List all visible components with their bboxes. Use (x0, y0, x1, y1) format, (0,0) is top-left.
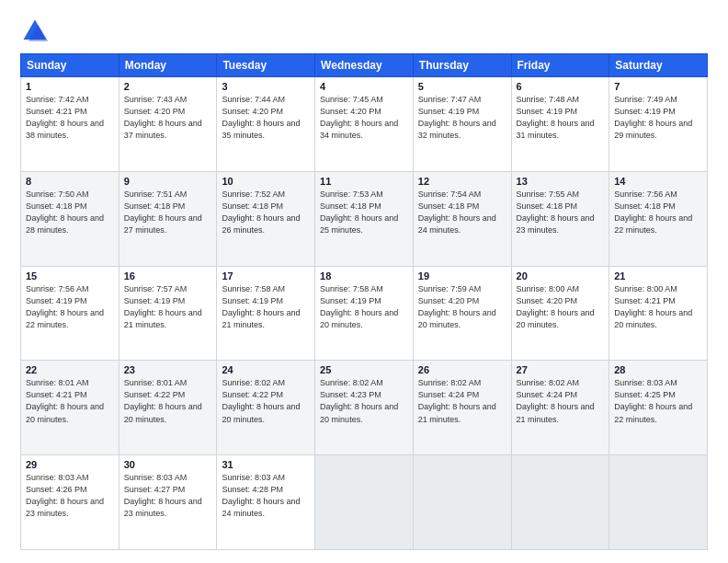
day-number: 5 (418, 81, 506, 92)
calendar-cell: 29Sunrise: 8:03 AMSunset: 4:26 PMDayligh… (21, 455, 119, 550)
calendar-cell: 9Sunrise: 7:51 AMSunset: 4:18 PMDaylight… (119, 171, 217, 266)
calendar-cell: 7Sunrise: 7:49 AMSunset: 4:19 PMDaylight… (609, 77, 708, 172)
day-detail: Sunrise: 7:59 AMSunset: 4:20 PMDaylight:… (418, 283, 506, 331)
day-number: 1 (26, 81, 114, 92)
day-number: 19 (418, 270, 506, 282)
calendar-cell: 28Sunrise: 8:03 AMSunset: 4:25 PMDayligh… (609, 361, 708, 455)
weekday-header-sunday: Sunday (21, 54, 119, 77)
calendar-cell: 11Sunrise: 7:53 AMSunset: 4:18 PMDayligh… (315, 171, 414, 266)
day-number: 20 (517, 270, 605, 282)
day-detail: Sunrise: 8:03 AMSunset: 4:28 PMDaylight:… (222, 472, 310, 520)
day-detail: Sunrise: 7:58 AMSunset: 4:19 PMDaylight:… (222, 283, 310, 331)
logo-icon (20, 17, 50, 46)
day-number: 21 (614, 270, 702, 282)
day-detail: Sunrise: 7:58 AMSunset: 4:19 PMDaylight:… (320, 283, 408, 331)
day-number: 8 (26, 176, 114, 187)
calendar-cell: 30Sunrise: 8:03 AMSunset: 4:27 PMDayligh… (119, 455, 217, 550)
calendar-week-3: 15Sunrise: 7:56 AMSunset: 4:19 PMDayligh… (21, 266, 708, 361)
day-detail: Sunrise: 8:02 AMSunset: 4:22 PMDaylight:… (222, 377, 310, 425)
day-number: 31 (222, 459, 310, 470)
day-detail: Sunrise: 8:00 AMSunset: 4:21 PMDaylight:… (614, 283, 702, 331)
calendar-cell (609, 455, 708, 550)
calendar-cell: 12Sunrise: 7:54 AMSunset: 4:18 PMDayligh… (413, 171, 511, 266)
day-detail: Sunrise: 7:51 AMSunset: 4:18 PMDaylight:… (124, 189, 212, 236)
day-detail: Sunrise: 7:56 AMSunset: 4:18 PMDaylight:… (614, 189, 702, 236)
header (20, 17, 708, 46)
calendar-week-5: 29Sunrise: 8:03 AMSunset: 4:26 PMDayligh… (21, 455, 708, 550)
calendar-cell: 18Sunrise: 7:58 AMSunset: 4:19 PMDayligh… (315, 266, 414, 361)
day-number: 10 (222, 176, 310, 187)
day-number: 17 (222, 270, 310, 282)
weekday-header-wednesday: Wednesday (315, 54, 414, 77)
day-number: 4 (320, 81, 408, 92)
day-number: 26 (418, 364, 506, 375)
day-detail: Sunrise: 8:02 AMSunset: 4:23 PMDaylight:… (320, 377, 408, 425)
day-number: 29 (26, 459, 114, 470)
day-detail: Sunrise: 8:02 AMSunset: 4:24 PMDaylight:… (418, 377, 506, 425)
day-number: 24 (222, 364, 310, 375)
day-detail: Sunrise: 7:55 AMSunset: 4:18 PMDaylight:… (517, 189, 605, 236)
day-number: 23 (124, 364, 212, 375)
calendar-cell: 8Sunrise: 7:50 AMSunset: 4:18 PMDaylight… (21, 171, 119, 266)
day-number: 14 (614, 176, 702, 187)
logo (20, 17, 53, 46)
day-number: 11 (320, 176, 408, 187)
day-detail: Sunrise: 7:43 AMSunset: 4:20 PMDaylight:… (124, 94, 212, 142)
day-number: 6 (517, 81, 605, 92)
day-number: 7 (614, 81, 702, 92)
calendar-cell: 2Sunrise: 7:43 AMSunset: 4:20 PMDaylight… (119, 77, 217, 172)
day-number: 12 (418, 176, 506, 187)
weekday-header-friday: Friday (511, 54, 609, 77)
day-number: 30 (124, 459, 212, 470)
day-detail: Sunrise: 7:57 AMSunset: 4:19 PMDaylight:… (124, 283, 212, 331)
day-detail: Sunrise: 7:44 AMSunset: 4:20 PMDaylight:… (222, 94, 310, 142)
calendar-cell: 15Sunrise: 7:56 AMSunset: 4:19 PMDayligh… (21, 266, 119, 361)
weekday-header-tuesday: Tuesday (217, 54, 315, 77)
calendar-cell: 27Sunrise: 8:02 AMSunset: 4:24 PMDayligh… (511, 361, 609, 455)
calendar-cell: 25Sunrise: 8:02 AMSunset: 4:23 PMDayligh… (315, 361, 414, 455)
calendar-cell: 16Sunrise: 7:57 AMSunset: 4:19 PMDayligh… (119, 266, 217, 361)
calendar-cell: 3Sunrise: 7:44 AMSunset: 4:20 PMDaylight… (217, 77, 315, 172)
calendar-cell: 1Sunrise: 7:42 AMSunset: 4:21 PMDaylight… (21, 77, 119, 172)
calendar-cell: 21Sunrise: 8:00 AMSunset: 4:21 PMDayligh… (609, 266, 708, 361)
day-number: 13 (517, 176, 605, 187)
day-number: 27 (517, 364, 605, 375)
day-detail: Sunrise: 7:49 AMSunset: 4:19 PMDaylight:… (614, 94, 702, 142)
day-number: 28 (614, 364, 702, 375)
day-number: 18 (320, 270, 408, 282)
weekday-header-monday: Monday (119, 54, 217, 77)
day-number: 25 (320, 364, 408, 375)
day-number: 15 (26, 270, 114, 282)
calendar-cell: 20Sunrise: 8:00 AMSunset: 4:20 PMDayligh… (511, 266, 609, 361)
weekday-header-row: SundayMondayTuesdayWednesdayThursdayFrid… (21, 54, 708, 77)
day-detail: Sunrise: 8:03 AMSunset: 4:25 PMDaylight:… (614, 377, 702, 425)
day-detail: Sunrise: 8:03 AMSunset: 4:26 PMDaylight:… (26, 472, 114, 520)
day-number: 2 (124, 81, 212, 92)
day-detail: Sunrise: 7:56 AMSunset: 4:19 PMDaylight:… (26, 283, 114, 331)
day-number: 16 (124, 270, 212, 282)
day-detail: Sunrise: 8:01 AMSunset: 4:21 PMDaylight:… (26, 377, 114, 425)
page: SundayMondayTuesdayWednesdayThursdayFrid… (0, 0, 728, 563)
calendar-cell: 6Sunrise: 7:48 AMSunset: 4:19 PMDaylight… (511, 77, 609, 172)
weekday-header-saturday: Saturday (609, 54, 708, 77)
day-number: 22 (26, 364, 114, 375)
calendar-cell: 26Sunrise: 8:02 AMSunset: 4:24 PMDayligh… (413, 361, 511, 455)
calendar-cell: 22Sunrise: 8:01 AMSunset: 4:21 PMDayligh… (21, 361, 119, 455)
calendar-cell: 31Sunrise: 8:03 AMSunset: 4:28 PMDayligh… (217, 455, 315, 550)
calendar-cell (413, 455, 511, 550)
calendar-week-2: 8Sunrise: 7:50 AMSunset: 4:18 PMDaylight… (21, 171, 708, 266)
day-detail: Sunrise: 8:03 AMSunset: 4:27 PMDaylight:… (124, 472, 212, 520)
calendar-cell: 14Sunrise: 7:56 AMSunset: 4:18 PMDayligh… (609, 171, 708, 266)
calendar-cell: 19Sunrise: 7:59 AMSunset: 4:20 PMDayligh… (413, 266, 511, 361)
calendar-week-1: 1Sunrise: 7:42 AMSunset: 4:21 PMDaylight… (21, 77, 708, 172)
calendar-cell: 5Sunrise: 7:47 AMSunset: 4:19 PMDaylight… (413, 77, 511, 172)
day-number: 3 (222, 81, 310, 92)
calendar-cell (511, 455, 609, 550)
calendar-week-4: 22Sunrise: 8:01 AMSunset: 4:21 PMDayligh… (21, 361, 708, 455)
calendar-cell (315, 455, 414, 550)
day-detail: Sunrise: 8:00 AMSunset: 4:20 PMDaylight:… (517, 283, 605, 331)
weekday-header-thursday: Thursday (413, 54, 511, 77)
day-detail: Sunrise: 7:50 AMSunset: 4:18 PMDaylight:… (26, 189, 114, 236)
calendar-table: SundayMondayTuesdayWednesdayThursdayFrid… (20, 53, 708, 550)
day-number: 9 (124, 176, 212, 187)
